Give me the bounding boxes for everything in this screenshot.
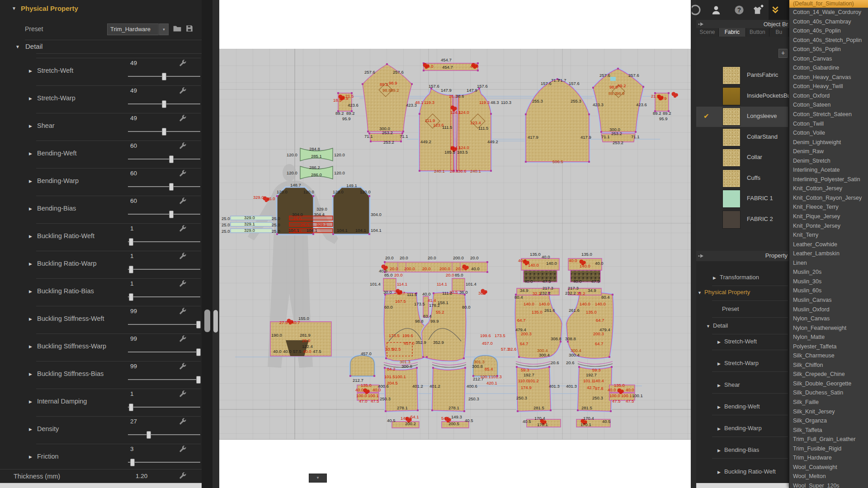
wrench-icon[interactable] xyxy=(179,280,186,287)
collapse-triangle-icon[interactable]: ▼ xyxy=(15,44,20,49)
pattern-point[interactable] xyxy=(548,366,550,368)
preset-option-cotton-voile[interactable]: Cotton_Voile xyxy=(789,128,868,138)
pattern-point[interactable] xyxy=(373,375,375,377)
view-scrollbar-thumb[interactable] xyxy=(213,310,218,333)
pattern-point[interactable] xyxy=(332,195,334,197)
preset-option-cotton-sateen[interactable]: Cotton_Sateen xyxy=(789,100,868,110)
pattern-point[interactable] xyxy=(592,87,594,89)
pattern-point[interactable] xyxy=(464,367,466,369)
expand-arrow-icon[interactable]: ▶ xyxy=(717,470,721,474)
pattern-point[interactable] xyxy=(367,131,369,132)
fabric-item-fabric-2[interactable]: FABRIC 2 xyxy=(696,210,788,230)
expand-arrow-icon[interactable]: ▶ xyxy=(29,124,32,128)
preset-select[interactable]: Trim_Hardware xyxy=(107,23,159,35)
preset-option-leather-lambskin[interactable]: Leather_Lambskin xyxy=(789,249,868,258)
slider-value[interactable]: 1 xyxy=(130,253,134,259)
dock-arrow-icon[interactable] xyxy=(698,253,704,258)
preset-option-silk-double-georgette[interactable]: Silk_Double_Georgette xyxy=(789,379,868,389)
pattern-point[interactable] xyxy=(400,141,402,142)
preset-option-silk-crepede-chine[interactable]: Silk_Crepede_Chine xyxy=(789,370,868,379)
preset-option-silk-charmeuse[interactable]: Silk_Charmeuse xyxy=(789,351,868,361)
wrench-icon[interactable] xyxy=(179,390,186,398)
piece-hem-curve-bl1[interactable] xyxy=(516,361,551,364)
slider-value[interactable]: 1 xyxy=(130,280,134,287)
pattern-point[interactable] xyxy=(417,409,419,411)
pattern-point[interactable] xyxy=(432,367,434,369)
preset-option-muslin-60s[interactable]: Muslin_60s xyxy=(789,286,868,296)
expand-arrow-icon[interactable]: ▶ xyxy=(717,361,721,366)
preset-option-cotton-40s-stretch-poplin[interactable]: Cotton_40s_Stretch_Poplin xyxy=(789,36,868,45)
slider-value[interactable]: 3 xyxy=(130,446,134,452)
piece-welt-right[interactable] xyxy=(452,278,465,291)
preset-option-silk-taffeta[interactable]: Silk_Taffeta xyxy=(789,426,868,435)
wrench-icon[interactable] xyxy=(179,335,186,343)
slider-track[interactable] xyxy=(128,159,200,160)
slider-track[interactable] xyxy=(128,296,200,297)
pattern-point[interactable] xyxy=(609,356,610,358)
expand-arrow-icon[interactable]: ▶ xyxy=(29,206,32,211)
fabric-swatch[interactable] xyxy=(722,149,741,167)
collapse-triangle-icon[interactable]: ▼ xyxy=(698,291,702,295)
tree-item-preset[interactable]: Preset xyxy=(696,305,789,314)
pattern-point[interactable] xyxy=(486,271,488,273)
preset-option-knit-ponte-jersey[interactable]: Knit_Ponte_Jersey xyxy=(789,221,868,231)
tab-button[interactable]: Button xyxy=(746,28,769,37)
expand-arrow-icon[interactable]: ▶ xyxy=(29,69,32,73)
preset-option-cotton-twill[interactable]: Cotton_Twill xyxy=(789,119,868,129)
dock-arrow-icon[interactable] xyxy=(698,22,704,27)
slider-value[interactable]: 49 xyxy=(130,60,137,66)
pattern-point[interactable] xyxy=(368,233,370,235)
fabric-item-cuffs[interactable]: Cuffs xyxy=(696,169,788,189)
preset-option-knit-cotton-rayon-jersey[interactable]: Knit_Cotton_Rayon_Jersey xyxy=(789,193,868,203)
preset-option-cotton-stretch-sateen[interactable]: Cotton_Stretch_Sateen xyxy=(789,110,868,119)
fabric-swatch[interactable] xyxy=(722,87,741,105)
preset-option-interlining-polyester-satin[interactable]: Interlining_Polyester_Satin xyxy=(789,175,868,184)
preset-option-cotton-oxford[interactable]: Cotton_Oxford xyxy=(789,91,868,101)
expand-arrow-icon[interactable]: ▶ xyxy=(29,372,32,376)
slider-value[interactable]: 1 xyxy=(130,225,134,232)
pattern-point[interactable] xyxy=(384,367,386,369)
preset-option-cotton-gabardine[interactable]: Cotton_Gabardine xyxy=(789,63,868,73)
wrench-icon[interactable] xyxy=(179,170,186,177)
wrench-icon[interactable] xyxy=(179,142,186,150)
pattern-point[interactable] xyxy=(477,70,479,71)
slider-thumb[interactable] xyxy=(130,459,135,466)
preset-option-cotton-50s-poplin[interactable]: Cotton_50s_Poplin xyxy=(789,45,868,54)
slider-value[interactable]: 1 xyxy=(130,390,134,397)
slider-thumb[interactable] xyxy=(129,293,133,301)
pattern-canvas[interactable]: 257.6257.6423.6423.389.298.998.889.2300.… xyxy=(219,49,691,440)
canvas-mini-dropdown[interactable]: ▼ xyxy=(309,474,327,483)
fabric-swatch[interactable] xyxy=(722,128,741,146)
piece-notch-mark[interactable] xyxy=(610,77,616,81)
preset-option-muslin-20s[interactable]: Muslin_20s xyxy=(789,267,868,277)
slider-track[interactable] xyxy=(128,214,200,215)
tree-item-shear[interactable]: ▶Shear xyxy=(696,381,789,390)
preset-option-silk-faille[interactable]: Silk_Faille xyxy=(789,398,868,407)
pattern-point[interactable] xyxy=(617,68,619,70)
expand-arrow-icon[interactable]: ▶ xyxy=(29,234,32,239)
pattern-point[interactable] xyxy=(612,294,613,296)
wrench-icon[interactable] xyxy=(179,472,186,479)
slider-thumb[interactable] xyxy=(196,348,201,356)
expand-arrow-icon[interactable]: ▶ xyxy=(29,455,32,459)
pattern-point[interactable] xyxy=(368,195,370,197)
preset-option-cotton-40s-chambray[interactable]: Cotton_40s_Chambray xyxy=(789,17,868,27)
pattern-point[interactable] xyxy=(312,233,314,235)
slider-thumb[interactable] xyxy=(169,211,174,218)
slider-thumb[interactable] xyxy=(129,238,133,246)
wrench-icon[interactable] xyxy=(179,87,186,94)
preset-caret-button[interactable]: ▾ xyxy=(159,23,169,35)
expand-arrow-icon[interactable]: ▶ xyxy=(717,405,721,409)
avatar-icon[interactable] xyxy=(711,5,721,15)
pattern-point[interactable] xyxy=(386,63,388,65)
slider-thumb[interactable] xyxy=(162,128,166,136)
add-fabric-button[interactable]: + xyxy=(778,49,788,58)
preset-option-denim-lightweight[interactable]: Denim_Lightweight xyxy=(789,138,868,147)
pattern-point[interactable] xyxy=(635,131,637,133)
fabric-swatch[interactable] xyxy=(722,190,741,208)
slider-thumb[interactable] xyxy=(196,321,201,328)
slider-track[interactable] xyxy=(128,241,200,242)
pattern-point[interactable] xyxy=(588,113,590,115)
preset-option-silk-chiffon[interactable]: Silk_Chiffon xyxy=(789,361,868,370)
expand-arrow-icon[interactable]: ▶ xyxy=(29,96,32,101)
